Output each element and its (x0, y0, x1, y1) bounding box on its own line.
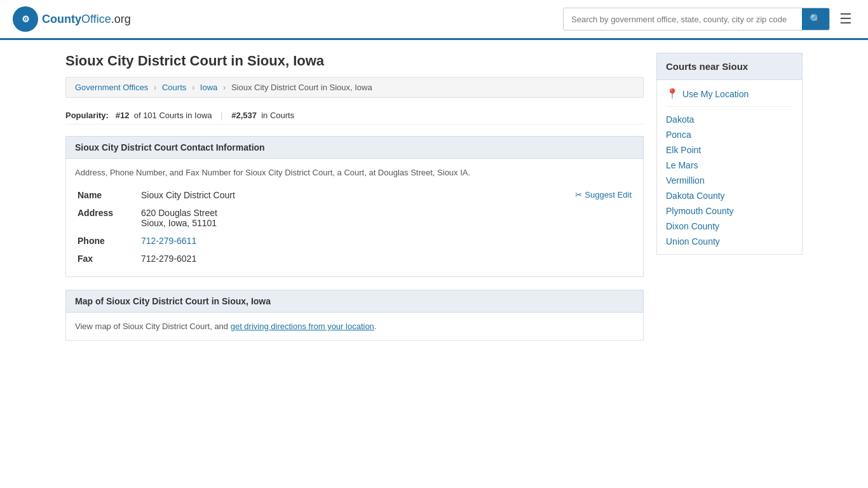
list-item: Union County (666, 236, 793, 247)
hamburger-menu-icon[interactable]: ☰ (836, 8, 855, 30)
breadcrumb-courts[interactable]: Courts (162, 83, 186, 92)
popularity-total-iowa: of 101 Courts in Iowa (134, 111, 212, 120)
contact-info-table: Name Sioux City District Court ✂ Suggest… (75, 186, 634, 268)
search-input[interactable] (564, 10, 802, 29)
contact-section-header: Sioux City District Court Contact Inform… (65, 136, 644, 159)
fax-value: 712-279-6021 (139, 250, 634, 268)
list-item: Vermillion (666, 175, 793, 186)
search-bar: 🔍 (563, 8, 830, 30)
phone-value: 712-279-6611 (139, 232, 634, 250)
sidebar-location: 📍 Use My Location (666, 88, 793, 107)
use-my-location-link[interactable]: Use My Location (682, 89, 749, 99)
sidebar-link-plymouth-county[interactable]: Plymouth County (666, 206, 734, 216)
list-item: Ponca (666, 130, 793, 140)
suggest-edit-icon: ✂ (575, 190, 582, 200)
name-label: Name (75, 186, 139, 204)
sidebar-link-vermillion[interactable]: Vermillion (666, 175, 705, 186)
search-button[interactable]: 🔍 (802, 8, 829, 30)
popularity-divider: | (220, 111, 222, 120)
sidebar-link-dixon-county[interactable]: Dixon County (666, 221, 719, 231)
driving-directions-link[interactable]: get driving directions from your locatio… (231, 322, 374, 331)
logo-area: ⚙ CountyOffice.org (13, 6, 131, 32)
table-row-name: Name Sioux City District Court ✂ Suggest… (75, 186, 634, 204)
header-right: 🔍 ☰ (563, 8, 855, 30)
suggest-edit-link[interactable]: ✂ Suggest Edit (575, 190, 632, 200)
page-title: Sioux City District Court in Sioux, Iowa (65, 53, 644, 69)
address-line2: Sioux, Iowa, 51101 (141, 218, 632, 228)
breadcrumb-sep-2: › (192, 83, 194, 92)
sidebar-link-dakota[interactable]: Dakota (666, 114, 694, 125)
logo-office: Office.org (81, 13, 131, 25)
sidebar-link-ponca[interactable]: Ponca (666, 130, 691, 140)
sidebar-link-elk-point[interactable]: Elk Point (666, 145, 701, 155)
sidebar-header: Courts near Sioux (656, 53, 803, 80)
breadcrumb-sep-1: › (154, 83, 156, 92)
map-description: View map of Sioux City District Court, a… (75, 322, 634, 331)
sidebar: Courts near Sioux 📍 Use My Location Dako… (656, 53, 803, 353)
breadcrumb: Government Offices › Courts › Iowa › Sio… (65, 77, 644, 98)
name-value: Sioux City District Court ✂ Suggest Edit (139, 186, 634, 204)
name-value-text: Sioux City District Court (141, 190, 235, 200)
sidebar-link-dakota-county[interactable]: Dakota County (666, 191, 725, 201)
breadcrumb-sep-3: › (223, 83, 226, 92)
logo-text: CountyOffice.org (42, 13, 131, 26)
breadcrumb-government-offices[interactable]: Government Offices (75, 83, 148, 92)
content-area: Sioux City District Court in Sioux, Iowa… (65, 53, 644, 353)
location-pin-icon: 📍 (666, 88, 679, 100)
map-section-header: Map of Sioux City District Court in Siou… (65, 290, 644, 313)
suggest-edit-label: Suggest Edit (585, 190, 632, 200)
sidebar-link-le-mars[interactable]: Le Mars (666, 160, 698, 170)
sidebar-links-list: Dakota Ponca Elk Point Le Mars Vermillio… (666, 114, 793, 247)
address-line1: 620 Douglas Street (141, 208, 632, 218)
address-label: Address (75, 204, 139, 232)
map-desc-start: View map of Sioux City District Court, a… (75, 322, 231, 331)
table-row-phone: Phone 712-279-6611 (75, 232, 634, 250)
table-row-address: Address 620 Douglas Street Sioux, Iowa, … (75, 204, 634, 232)
contact-section-body: Address, Phone Number, and Fax Number fo… (65, 159, 644, 277)
list-item: Elk Point (666, 145, 793, 155)
popularity-rank-iowa: #12 (116, 111, 130, 120)
popularity-rank-all: #2,537 (231, 111, 257, 120)
svg-text:⚙: ⚙ (22, 14, 30, 24)
sidebar-link-union-county[interactable]: Union County (666, 236, 720, 247)
header: ⚙ CountyOffice.org 🔍 ☰ (0, 0, 868, 40)
sidebar-body: 📍 Use My Location Dakota Ponca Elk Point… (656, 80, 803, 255)
list-item: Plymouth County (666, 206, 793, 216)
main-container: Sioux City District Court in Sioux, Iowa… (53, 40, 815, 366)
breadcrumb-current: Sioux City District Court in Sioux, Iowa (231, 83, 372, 92)
popularity-bar: Popularity: #12 of 101 Courts in Iowa | … (65, 107, 644, 125)
phone-link[interactable]: 712-279-6611 (141, 236, 196, 246)
contact-description: Address, Phone Number, and Fax Number fo… (75, 168, 634, 177)
map-desc-end: . (374, 322, 377, 331)
address-value: 620 Douglas Street Sioux, Iowa, 51101 (139, 204, 634, 232)
logo-county: County (42, 13, 81, 25)
list-item: Le Mars (666, 160, 793, 170)
fax-label: Fax (75, 250, 139, 268)
phone-label: Phone (75, 232, 139, 250)
list-item: Dakota County (666, 191, 793, 201)
breadcrumb-iowa[interactable]: Iowa (200, 83, 217, 92)
logo-icon: ⚙ (13, 6, 38, 32)
list-item: Dixon County (666, 221, 793, 231)
popularity-label: Popularity: (65, 111, 109, 120)
table-row-fax: Fax 712-279-6021 (75, 250, 634, 268)
popularity-rank-all-label: in Courts (261, 111, 294, 120)
list-item: Dakota (666, 114, 793, 125)
map-section-body: View map of Sioux City District Court, a… (65, 313, 644, 341)
